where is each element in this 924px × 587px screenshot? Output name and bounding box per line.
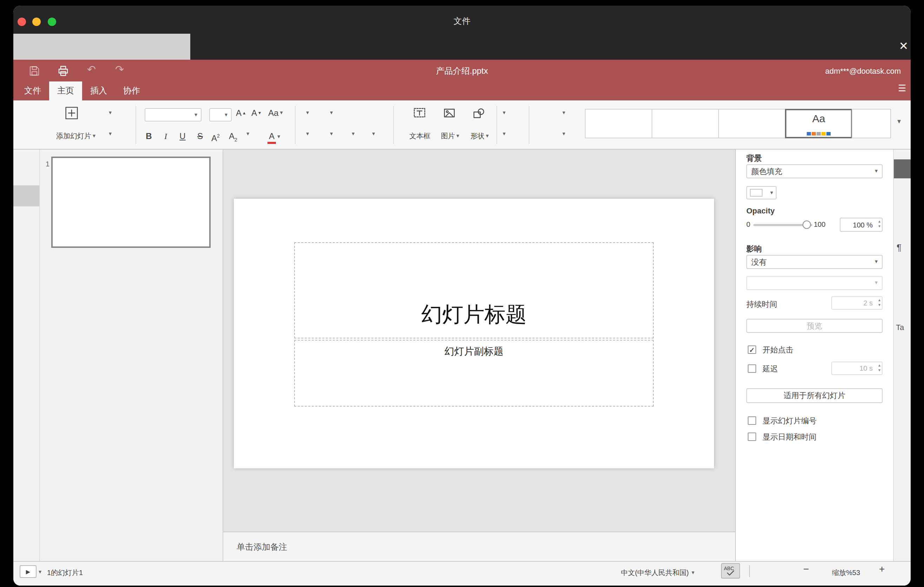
image-button[interactable] [443,107,456,119]
tab-home[interactable]: 主页 [49,81,82,101]
paragraph-settings-tab[interactable]: ¶ [897,242,901,253]
chevron-down-icon: ▾ [93,131,96,141]
vertical-align-button[interactable]: ▾ [328,129,333,139]
effect-option-select[interactable]: ▾ [746,276,883,290]
chevron-down-icon: ▾ [563,108,565,118]
theme-gallery-expand-button[interactable]: ▾ [897,117,901,126]
subtitle-placeholder[interactable]: 幻灯片副标题 [294,340,654,407]
spinner-up-icon[interactable]: ▴ [878,219,881,224]
tab-collaboration[interactable]: 协作 [115,81,148,101]
chevron-down-icon: ▾ [352,129,355,139]
underline-button[interactable]: U [176,129,189,143]
add-slide-button[interactable] [64,106,79,120]
theme-preview-selected[interactable]: Aa [785,109,852,139]
start-on-click-checkbox[interactable]: ✓ [748,345,756,354]
slide-layout-button[interactable]: ▾ [107,108,112,118]
toolbar-separator [529,106,530,144]
spinner-down-icon[interactable]: ▾ [878,303,881,308]
opacity-spinner[interactable]: 100 %▴▾ [840,218,883,232]
close-overlay-icon[interactable]: ✕ [897,39,911,53]
theme-preview[interactable] [585,109,652,139]
slide-size-button[interactable]: ▾ [561,129,565,139]
language-selector[interactable]: 中文(中华人民共和国) [603,568,689,578]
effect-label: 影响 [746,244,762,254]
tab-file[interactable]: 文件 [16,81,49,101]
slide-fill-button[interactable]: ▾ [561,108,565,118]
spinner-up-icon[interactable]: ▴ [878,298,881,303]
preview-button[interactable]: 预览 [746,319,883,333]
align-objects-button[interactable]: ▾ [501,129,505,139]
shape-button[interactable] [472,107,485,119]
shape-icon [472,107,485,119]
textbox-button[interactable] [413,106,426,119]
color-swatch [750,189,762,196]
background-fill-select[interactable]: 颜色填充▾ [746,164,883,178]
theme-color-swatch [826,132,830,135]
start-slideshow-button[interactable]: ▾ [107,129,112,139]
title-placeholder[interactable]: 幻灯片标题 [294,242,654,338]
notes-area[interactable]: 单击添加备注 [223,531,735,561]
theme-preview[interactable] [718,109,786,139]
strikethrough-button[interactable]: S [194,129,206,143]
spellcheck-toggle[interactable]: ABC [721,563,740,579]
font-size-combo[interactable]: ▾ [209,108,232,122]
delay-checkbox[interactable] [748,364,756,373]
apply-to-all-slides-button[interactable]: 适用于所有幻灯片 [746,388,883,403]
tab-insert[interactable]: 插入 [82,81,115,101]
chevron-down-icon: ▾ [503,129,505,139]
bullets-button[interactable]: ▾ [305,108,309,118]
slide-thumbnail[interactable] [51,157,211,248]
font-name-combo[interactable]: ▾ [145,108,201,122]
line-spacing-button[interactable]: ▾ [350,129,355,139]
horizontal-align-button[interactable]: ▾ [305,129,309,139]
theme-color-swatch [821,132,825,135]
slide[interactable]: 幻灯片标题 幻灯片副标题 [234,199,714,468]
delay-spinner[interactable]: 10 s▴▾ [831,362,883,375]
show-slide-number-checkbox[interactable] [748,416,756,425]
chevron-down-icon: ▾ [372,129,375,139]
check-icon: ✓ [749,346,755,354]
arrange-button[interactable]: ▾ [501,108,505,118]
effect-select[interactable]: 没有▾ [746,255,883,269]
decrease-font-button[interactable]: A▾ [251,108,261,118]
superscript-button[interactable]: A2 [208,129,223,143]
text-art-settings-tab[interactable]: Ta [896,323,904,331]
textbox-label[interactable]: 文本框 [403,131,437,141]
numbering-button[interactable]: 12▾ [328,108,333,118]
increase-font-button[interactable]: A▴ [236,108,246,118]
chevron-down-icon: ▾ [109,108,112,118]
columns-button[interactable]: ▾ [371,129,375,139]
start-preview-button[interactable]: ▶ [20,565,36,578]
zoom-in-button[interactable]: + [879,563,885,574]
zoom-out-button[interactable]: − [803,563,809,574]
show-date-time-checkbox[interactable] [748,432,756,441]
statusbar-separator [749,565,750,577]
shape-label[interactable]: 形状▾ [464,131,495,141]
bold-button[interactable]: B [142,129,155,143]
show-date-time-label: 显示日期和时间 [762,432,817,442]
font-color-button[interactable]: A▾ [267,129,280,144]
duration-spinner[interactable]: 2 s▴▾ [831,296,883,310]
chevron-down-icon: ▾ [503,108,505,118]
subscript-button[interactable]: A2 [226,129,240,143]
toolbar-separator [295,106,295,144]
opacity-slider-knob[interactable] [802,221,811,229]
menu-hamburger-icon[interactable]: ☰ [898,83,906,93]
theme-preview[interactable] [652,109,719,139]
spinner-down-icon[interactable]: ▾ [878,368,881,373]
add-slide-icon [64,106,79,120]
preview-options-chevron[interactable]: ▾ [39,567,41,577]
image-label[interactable]: 图片▾ [435,131,465,141]
change-case-button[interactable]: Aa▾ [268,108,282,118]
spinner-down-icon[interactable]: ▾ [878,224,881,229]
left-sidebar [13,150,40,561]
theme-preview[interactable] [852,109,891,139]
app-window: 文件 ✕ ↶ ↷ 产品介绍.pptx adm***@dootask.com 文件… [13,6,911,585]
document-title[interactable]: 产品介绍.pptx [13,65,911,77]
chevron-down-icon: ▾ [875,257,878,267]
highlight-color-button[interactable]: ▾ [245,129,249,139]
italic-button[interactable]: I [159,129,172,143]
spinner-up-icon[interactable]: ▴ [878,363,881,368]
background-color-picker[interactable]: ▾ [746,186,777,200]
add-slide-label[interactable]: 添加幻灯片▾ [51,131,101,141]
